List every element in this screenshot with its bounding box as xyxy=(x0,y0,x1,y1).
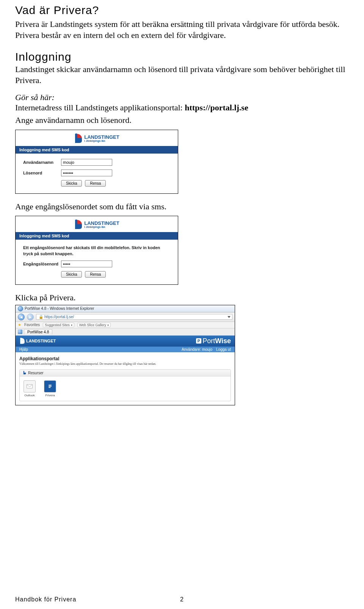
favorites-star-icon[interactable]: ★ xyxy=(18,323,21,327)
howto-line-1: Internetadress till Landstingets applika… xyxy=(15,102,349,113)
svg-rect-2 xyxy=(49,385,52,385)
svg-rect-3 xyxy=(49,386,52,386)
username-label: Användarnamn xyxy=(23,160,61,165)
howto-line-2: Ange användarnamn och lösenord. xyxy=(15,115,349,126)
url-field[interactable]: 🔒https://portal.lj.se/ xyxy=(36,314,232,320)
otp-label: Engångslösenord xyxy=(23,262,61,266)
web-slice-pill[interactable]: Web Slice Gallery xyxy=(77,323,111,327)
between-dialogs-text: Ange engångslösenordet som du fått via s… xyxy=(15,201,349,212)
heading-login: Inloggning xyxy=(15,50,349,63)
resources-title: Resurser xyxy=(28,371,44,375)
panel-subtitle: Välkommen till Landstinget i Jönköpings … xyxy=(19,362,231,366)
reset-button[interactable]: Rensa xyxy=(85,180,106,187)
portwise-brand: P PortWise xyxy=(196,337,231,345)
footer-page-number: 2 xyxy=(180,596,184,603)
otp-dialog-sms: LANDSTINGET i Jönköpings län Inloggning … xyxy=(15,216,178,285)
browser-window: PortWise 4.8 - Windows Internet Explorer… xyxy=(15,305,235,405)
otp-info-text: Ett engångslösenord har skickats till di… xyxy=(23,245,170,257)
menu-logout[interactable]: Logga ut xyxy=(216,347,231,352)
dialog-titlebar: Inloggning med SMS kod xyxy=(16,146,178,154)
browser-navrow: ◄ ► 🔒https://portal.lj.se/ xyxy=(16,312,235,322)
dialog-form: Användarnamn Lösenord Skicka Rensa xyxy=(16,154,178,193)
click-privera-text: Klicka på Privera. xyxy=(15,292,349,303)
otp-submit-button[interactable]: Skicka xyxy=(61,271,82,278)
submit-button[interactable]: Skicka xyxy=(61,180,82,187)
resources-card: Resurser Outlook Privera xyxy=(19,369,231,401)
svg-rect-4 xyxy=(49,387,50,388)
dialog2-titlebar: Inloggning med SMS kod xyxy=(16,232,178,240)
outlook-icon xyxy=(24,380,36,392)
resources-header-icon xyxy=(23,371,27,375)
menu-user: Användare: moujo xyxy=(182,347,212,352)
portwise-header: LANDSTINGET P PortWise xyxy=(16,336,235,347)
logo-text-sub: i Jönköpings län xyxy=(84,140,119,142)
otp-input[interactable] xyxy=(61,261,112,267)
portwise-menubar: Hjälp Användare: moujo Logga ut xyxy=(16,347,235,352)
howto-line-1-text: Internetadress till Landstingets applika… xyxy=(15,103,185,112)
logo-text-main: LANDSTINGET xyxy=(84,135,119,140)
heading-what-is-privera: Vad är Privera? xyxy=(15,4,349,17)
nav-back-button[interactable]: ◄ xyxy=(18,314,25,320)
tab-portwise[interactable]: PortWise 4.8 xyxy=(24,329,52,334)
landstinget-logo: LANDSTINGET i Jönköpings län xyxy=(74,133,119,144)
url-text: https://portal.lj.se/ xyxy=(44,315,74,319)
lock-icon: 🔒 xyxy=(39,315,43,319)
page-footer: Handbok för Privera 2 xyxy=(15,596,349,603)
portwise-body: Applikationsportal Välkommen till Landst… xyxy=(16,352,235,405)
portwise-icon: P xyxy=(196,338,201,344)
dialog-logo-area: LANDSTINGET i Jönköpings län xyxy=(16,130,178,146)
header-logo-icon xyxy=(19,337,25,344)
username-input[interactable] xyxy=(61,159,112,166)
app-tile-outlook[interactable]: Outlook xyxy=(24,380,36,397)
panel-title: Applikationsportal xyxy=(19,356,231,361)
dialog2-form: Ett engångslösenord har skickats till di… xyxy=(16,240,178,284)
nav-forward-button[interactable]: ► xyxy=(27,314,34,320)
password-label: Lösenord xyxy=(23,171,61,175)
browser-titlebar: PortWise 4.8 - Windows Internet Explorer xyxy=(16,305,235,312)
app-tile-privera[interactable]: Privera xyxy=(44,380,56,397)
resources-card-header: Resurser xyxy=(20,370,231,377)
header-landstinget-logo: LANDSTINGET xyxy=(19,337,56,344)
app-label-outlook: Outlook xyxy=(24,394,35,397)
privera-icon xyxy=(44,380,56,392)
landstinget-logo-icon xyxy=(74,133,83,144)
favorites-label[interactable]: Favorites xyxy=(24,323,40,327)
portal-url: https://portal.lj.se xyxy=(185,103,248,112)
intro-paragraph-1: Privera är Landstingets system för att b… xyxy=(15,19,349,41)
menu-help[interactable]: Hjälp xyxy=(19,347,28,352)
ie-icon xyxy=(18,306,23,311)
howto-lead: Gör så här: xyxy=(15,93,349,102)
browser-title-text: PortWise 4.8 - Windows Internet Explorer xyxy=(25,306,94,311)
login-dialog-sms: LANDSTINGET i Jönköpings län Inloggning … xyxy=(15,130,178,194)
landstinget-logo-icon-2 xyxy=(74,219,83,230)
intro-paragraph-2: Landstinget skickar användarnamn och lös… xyxy=(15,64,349,86)
app-label-privera: Privera xyxy=(45,394,55,397)
suggested-sites-pill[interactable]: Suggested Sites xyxy=(43,323,74,327)
otp-reset-button[interactable]: Rensa xyxy=(85,271,106,278)
tab-row: PortWise 4.8 xyxy=(16,328,235,336)
favorites-bar: ★ Favorites Suggested Sites Web Slice Ga… xyxy=(16,322,235,328)
dialog2-logo-area: LANDSTINGET i Jönköpings län xyxy=(16,216,178,232)
landstinget-logo-2: LANDSTINGET i Jönköpings län xyxy=(74,219,119,230)
tab-favicon xyxy=(18,330,22,334)
password-input[interactable] xyxy=(61,170,112,176)
footer-doc-title: Handbok för Privera xyxy=(15,596,76,603)
